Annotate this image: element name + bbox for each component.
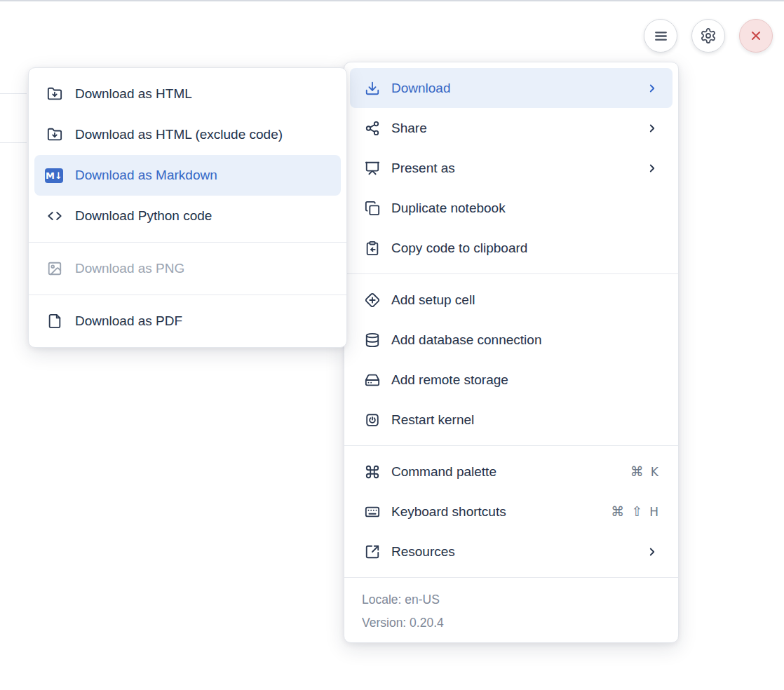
background-rule bbox=[0, 93, 27, 94]
notebook-menu-button[interactable] bbox=[644, 19, 677, 53]
menu-item-download-python-code[interactable]: Download Python code bbox=[29, 196, 346, 236]
menu-item-label: Restart kernel bbox=[391, 412, 474, 428]
shortcut-key: ⌘ bbox=[611, 505, 624, 518]
shortcut-key: ⌘ bbox=[630, 465, 644, 478]
command-icon bbox=[364, 464, 381, 480]
code-icon bbox=[46, 208, 63, 224]
keyboard-icon bbox=[364, 503, 381, 520]
menu-item-download-as-html[interactable]: Download as HTML bbox=[29, 74, 346, 114]
menu-item-label: Resources bbox=[391, 544, 455, 560]
menu-item-copy-code-to-clipboard[interactable]: Copy code to clipboard bbox=[344, 228, 678, 268]
menu-item-label: Duplicate notebook bbox=[391, 201, 506, 216]
menu-item-download-as-pdf[interactable]: Download as PDF bbox=[29, 301, 346, 341]
download-icon bbox=[364, 80, 381, 97]
menu-footer: Locale: en-USVersion: 0.20.4 bbox=[344, 583, 678, 637]
shortcut-key: H bbox=[649, 505, 658, 519]
presentation-icon bbox=[364, 160, 381, 177]
menu-item-restart-kernel[interactable]: Restart kernel bbox=[344, 400, 678, 440]
gear-icon bbox=[700, 27, 717, 44]
menu-item-keyboard-shortcuts[interactable]: Keyboard shortcuts⌘⇧H bbox=[344, 492, 678, 532]
menu-item-resources[interactable]: Resources bbox=[344, 532, 678, 571]
menu-item-label: Download bbox=[391, 81, 451, 96]
menu-item-label: Download as PNG bbox=[75, 261, 184, 276]
menu-divider bbox=[344, 577, 678, 578]
folder-download-icon bbox=[46, 126, 63, 143]
page-top-border bbox=[0, 0, 784, 1]
download-submenu: Download as HTMLDownload as HTML (exclud… bbox=[28, 67, 347, 348]
menu-item-duplicate-notebook[interactable]: Duplicate notebook bbox=[344, 188, 678, 228]
chevron-right-icon bbox=[646, 162, 658, 175]
markdown-icon: M↓ bbox=[46, 167, 63, 184]
menu-item-label: Present as bbox=[391, 161, 455, 176]
external-link-icon bbox=[364, 543, 381, 560]
menu-item-label: Download as PDF bbox=[75, 313, 182, 329]
menu-item-label: Share bbox=[391, 121, 427, 136]
chevron-right-icon bbox=[646, 82, 658, 95]
menu-item-label: Copy code to clipboard bbox=[391, 241, 527, 256]
menu-item-download-as-html-exclude-code[interactable]: Download as HTML (exclude code) bbox=[29, 114, 346, 155]
menu-item-label: Download as HTML bbox=[75, 86, 192, 102]
share-icon bbox=[364, 120, 381, 137]
shutdown-button[interactable] bbox=[739, 19, 773, 53]
menu-item-add-remote-storage[interactable]: Add remote storage bbox=[344, 360, 678, 400]
menu-divider bbox=[29, 242, 346, 243]
menu-item-download[interactable]: Download bbox=[350, 68, 673, 108]
menu-divider bbox=[29, 295, 346, 295]
menu-item-label: Command palette bbox=[391, 464, 496, 480]
duplicate-icon bbox=[364, 200, 381, 217]
image-icon bbox=[46, 260, 63, 277]
menu-item-label: Add remote storage bbox=[391, 372, 508, 388]
menu-item-download-as-png: Download as PNG bbox=[29, 248, 346, 289]
hard-drive-icon bbox=[364, 372, 381, 388]
diamond-plus-icon bbox=[364, 292, 381, 309]
power-icon bbox=[364, 412, 381, 428]
menu-item-label: Add setup cell bbox=[391, 292, 475, 308]
file-icon bbox=[46, 313, 63, 330]
menu-icon bbox=[652, 27, 670, 45]
chevron-right-icon bbox=[646, 122, 658, 135]
menu-item-add-setup-cell[interactable]: Add setup cell bbox=[344, 280, 678, 320]
close-icon bbox=[748, 28, 764, 43]
menu-item-label: Download as Markdown bbox=[75, 168, 217, 183]
notebook-actions-menu: DownloadSharePresent asDuplicate noteboo… bbox=[344, 62, 679, 643]
menu-item-download-as-markdown[interactable]: M↓Download as Markdown bbox=[34, 155, 341, 196]
menu-item-add-database-connection[interactable]: Add database connection bbox=[344, 320, 678, 360]
clipboard-copy-icon bbox=[364, 240, 381, 257]
chevron-right-icon bbox=[646, 546, 658, 558]
menu-item-label: Download Python code bbox=[75, 208, 212, 224]
menu-item-present-as[interactable]: Present as bbox=[344, 148, 678, 188]
menu-divider bbox=[344, 445, 678, 446]
menu-divider bbox=[344, 273, 678, 274]
shortcut-key: K bbox=[651, 465, 658, 479]
shortcut-hint: ⌘⇧H bbox=[611, 505, 658, 519]
menu-item-label: Download as HTML (exclude code) bbox=[75, 127, 283, 142]
menu-item-share[interactable]: Share bbox=[344, 108, 678, 148]
menu-item-command-palette[interactable]: Command palette⌘K bbox=[344, 452, 678, 492]
locale-text: Locale: en-US bbox=[362, 588, 661, 611]
menu-item-label: Add database connection bbox=[391, 332, 541, 348]
database-icon bbox=[364, 332, 381, 349]
background-rule bbox=[0, 142, 27, 143]
shortcut-hint: ⌘K bbox=[630, 465, 658, 479]
menu-item-label: Keyboard shortcuts bbox=[391, 504, 506, 520]
settings-button[interactable] bbox=[691, 19, 725, 53]
folder-download-icon bbox=[46, 86, 63, 102]
shortcut-key: ⇧ bbox=[631, 505, 642, 518]
version-text: Version: 0.20.4 bbox=[362, 611, 661, 635]
